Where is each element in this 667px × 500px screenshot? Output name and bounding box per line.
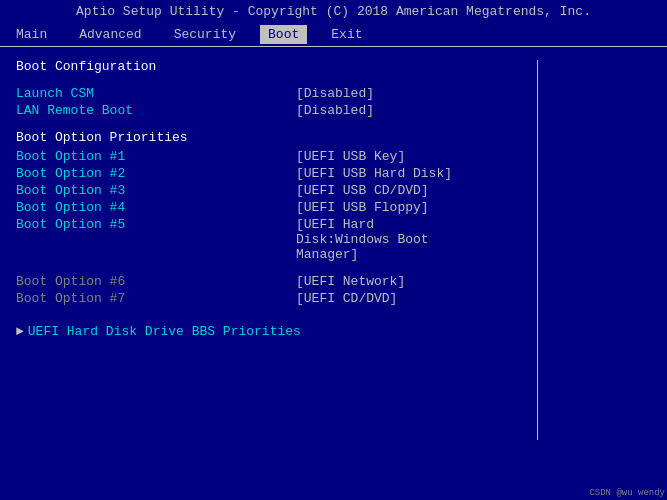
boot-option-2-value[interactable]: [UEFI USB Hard Disk] [296, 166, 452, 181]
boot-option-1-label[interactable]: Boot Option #1 [16, 149, 296, 164]
title-bar: Aptio Setup Utility - Copyright (C) 2018… [0, 0, 667, 23]
boot-option-3-label[interactable]: Boot Option #3 [16, 183, 296, 198]
boot-option-2-label[interactable]: Boot Option #2 [16, 166, 296, 181]
menu-item-advanced[interactable]: Advanced [71, 25, 149, 44]
boot-option-7-value[interactable]: [UEFI CD/DVD] [296, 291, 397, 306]
menu-bar: Main Advanced Security Boot Exit [0, 23, 667, 47]
boot-option-4-label[interactable]: Boot Option #4 [16, 200, 296, 215]
boot-option-6-label[interactable]: Boot Option #6 [16, 274, 296, 289]
arrow-icon: ► [16, 324, 24, 339]
uefi-hdd-bbs-label[interactable]: UEFI Hard Disk Drive BBS Priorities [28, 324, 301, 339]
boot-option-6-value[interactable]: [UEFI Network] [296, 274, 405, 289]
lan-remote-boot-value[interactable]: [Disabled] [296, 103, 374, 118]
menu-item-main[interactable]: Main [8, 25, 55, 44]
boot-option-7-label[interactable]: Boot Option #7 [16, 291, 296, 306]
watermark: CSDN @wu wendy [589, 488, 665, 498]
menu-item-security[interactable]: Security [166, 25, 244, 44]
boot-option-4-value[interactable]: [UEFI USB Floppy] [296, 200, 429, 215]
menu-item-boot[interactable]: Boot [260, 25, 307, 44]
launch-csm-label[interactable]: Launch CSM [16, 86, 296, 101]
boot-option-5-value[interactable]: [UEFI HardDisk:Windows BootManager] [296, 217, 429, 262]
menu-item-exit[interactable]: Exit [323, 25, 370, 44]
right-panel [537, 60, 667, 440]
boot-option-1-value[interactable]: [UEFI USB Key] [296, 149, 405, 164]
lan-remote-boot-label[interactable]: LAN Remote Boot [16, 103, 296, 118]
boot-option-3-value[interactable]: [UEFI USB CD/DVD] [296, 183, 429, 198]
title-text: Aptio Setup Utility - Copyright (C) 2018… [76, 4, 591, 19]
boot-option-5-label[interactable]: Boot Option #5 [16, 217, 296, 262]
launch-csm-value[interactable]: [Disabled] [296, 86, 374, 101]
